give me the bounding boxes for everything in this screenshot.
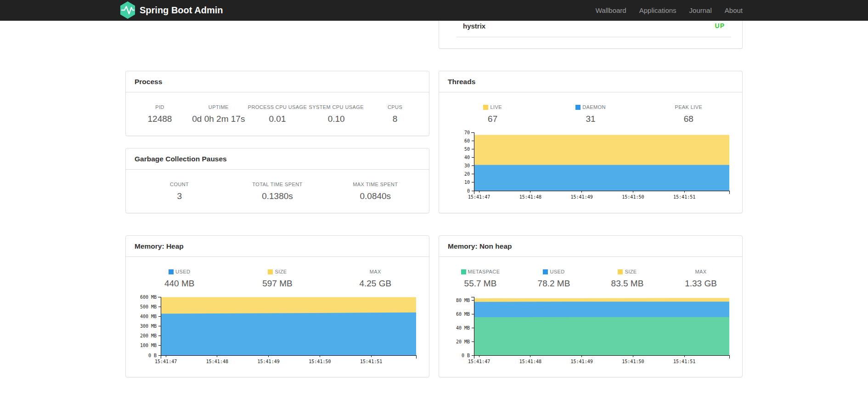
svg-text:0 B: 0 B (148, 353, 157, 358)
svg-text:600 MB: 600 MB (140, 295, 157, 300)
stat-value: 55.7 MB (444, 279, 517, 289)
gc-stats: COUNT3TOTAL TIME SPENT0.1380sMAX TIME SP… (126, 170, 429, 201)
threads-panel: Threads LIVE67DAEMON31PEAK LIVE68 010203… (439, 71, 743, 213)
memory-heap-panel: Memory: Heap USED440 MBSIZE597 MBMAX4.25… (125, 235, 429, 377)
stat: LIVE67 (444, 104, 541, 124)
stat-label: METASPACE (444, 269, 517, 274)
stat-value: 4.25 GB (327, 279, 424, 289)
stat-value: 3 (130, 191, 228, 201)
stat-label: SIZE (591, 269, 664, 274)
stat-label: TOTAL TIME SPENT (228, 182, 326, 187)
stat-label: USED (517, 269, 591, 274)
svg-text:100 MB: 100 MB (140, 343, 157, 348)
svg-text:200 MB: 200 MB (140, 333, 157, 338)
stat: TOTAL TIME SPENT0.1380s (228, 182, 326, 201)
svg-text:15:41:51: 15:41:51 (673, 194, 695, 199)
svg-text:0 B: 0 B (462, 353, 470, 358)
memory-heap-chart: 0 B100 MB200 MB300 MB400 MB500 MB600 MB1… (133, 294, 422, 367)
svg-text:15:41:51: 15:41:51 (673, 359, 695, 364)
stat: UPTIME0d 0h 2m 17s (189, 104, 248, 124)
svg-text:10: 10 (464, 180, 470, 185)
application-row: hystrix UP (457, 21, 731, 37)
right-column: hystrix UP Threads LIVE67DAEMON31PEAK LI… (439, 21, 743, 377)
stat-label: MAX (664, 269, 738, 274)
stat-value: 31 (541, 114, 639, 124)
svg-text:50: 50 (464, 147, 470, 152)
legend-swatch (543, 269, 548, 274)
stat: MAX1.33 GB (664, 269, 738, 289)
stat: COUNT3 (130, 182, 228, 201)
svg-text:30: 30 (464, 163, 470, 168)
brand-title: Spring Boot Admin (140, 5, 223, 16)
stat: PROCESS CPU USAGE0.01 (248, 104, 307, 124)
svg-text:80 MB: 80 MB (456, 298, 470, 303)
svg-text:20: 20 (464, 171, 470, 177)
legend-swatch (461, 269, 466, 274)
nav-link-wallboard[interactable]: Wallboard (583, 6, 626, 14)
svg-text:15:41:47: 15:41:47 (468, 359, 490, 364)
nav-link-about[interactable]: About (712, 6, 743, 14)
stat: DAEMON31 (541, 104, 639, 124)
brand-link[interactable]: Spring Boot Admin (120, 1, 223, 19)
svg-text:40 MB: 40 MB (456, 325, 470, 330)
stat: PID12488 (130, 104, 189, 124)
gc-panel: Garbage Collection Pauses COUNT3TOTAL TI… (125, 148, 429, 213)
left-column: Process PID12488UPTIME0d 0h 2m 17sPROCES… (125, 21, 429, 377)
nav-link-applications[interactable]: Applications (626, 6, 676, 14)
memory-nonheap-stats: METASPACE55.7 MBUSED78.2 MBSIZE83.5 MBMA… (439, 257, 742, 289)
memory-nonheap-panel: Memory: Non heap METASPACE55.7 MBUSED78.… (439, 235, 743, 377)
threads-stats: LIVE67DAEMON31PEAK LIVE68 (439, 92, 742, 124)
threads-chart: 01020304050607015:41:4715:41:4815:41:491… (446, 130, 735, 202)
nav-link-journal[interactable]: Journal (676, 6, 712, 14)
svg-text:400 MB: 400 MB (140, 314, 157, 319)
svg-text:15:41:49: 15:41:49 (571, 359, 593, 364)
threads-panel-title: Threads (439, 71, 742, 92)
stat-value: 1.33 GB (664, 279, 738, 289)
stat-label: MAX TIME SPENT (327, 182, 424, 187)
svg-text:60: 60 (464, 138, 470, 143)
application-name-link[interactable]: hystrix (463, 22, 485, 30)
memory-heap-panel-title: Memory: Heap (126, 236, 429, 257)
navbar: Spring Boot Admin WallboardApplicationsJ… (0, 0, 868, 21)
stat-value: 83.5 MB (591, 279, 664, 289)
stat-label: UPTIME (189, 104, 248, 110)
stat-label: MAX (327, 269, 424, 274)
stat: SIZE597 MB (228, 269, 326, 289)
stat-label: CPUS (366, 104, 424, 110)
svg-text:15:41:47: 15:41:47 (468, 194, 490, 199)
status-badge: UP (715, 22, 725, 29)
stat-value: 12488 (130, 114, 189, 124)
stat-value: 597 MB (228, 279, 326, 289)
application-status-panel: hystrix UP (439, 21, 743, 49)
svg-text:60 MB: 60 MB (456, 312, 470, 317)
svg-text:15:41:48: 15:41:48 (519, 194, 541, 199)
stat: SYSTEM CPU USAGE0.10 (307, 104, 366, 124)
navbar-links: WallboardApplicationsJournalAbout (583, 6, 743, 14)
svg-text:15:41:50: 15:41:50 (309, 359, 331, 364)
stat: MAX TIME SPENT0.0840s (327, 182, 424, 201)
svg-text:15:41:48: 15:41:48 (519, 359, 541, 364)
stat-label: USED (130, 269, 228, 274)
gc-panel-title: Garbage Collection Pauses (126, 148, 429, 170)
stat: USED440 MB (130, 269, 228, 289)
stat-label: LIVE (444, 104, 541, 110)
legend-swatch (268, 269, 273, 274)
memory-nonheap-panel-title: Memory: Non heap (439, 236, 742, 257)
stat-value: 0.1380s (228, 191, 326, 201)
svg-text:15:41:48: 15:41:48 (206, 359, 228, 364)
svg-text:70: 70 (464, 130, 470, 135)
stat: MAX4.25 GB (327, 269, 424, 289)
svg-text:15:41:50: 15:41:50 (622, 359, 644, 364)
stat-value: 67 (444, 114, 541, 124)
stat-value: 0.01 (248, 114, 307, 124)
svg-text:20 MB: 20 MB (456, 339, 470, 344)
svg-text:15:41:49: 15:41:49 (258, 359, 280, 364)
svg-text:300 MB: 300 MB (140, 324, 157, 329)
stat-label: PEAK LIVE (640, 104, 738, 110)
process-stats: PID12488UPTIME0d 0h 2m 17sPROCESS CPU US… (126, 92, 429, 124)
stat-value: 0d 0h 2m 17s (189, 114, 248, 124)
stat: USED78.2 MB (517, 269, 591, 289)
svg-text:15:41:51: 15:41:51 (360, 359, 382, 364)
stat-label: PID (130, 104, 189, 110)
svg-text:15:41:49: 15:41:49 (571, 194, 593, 199)
